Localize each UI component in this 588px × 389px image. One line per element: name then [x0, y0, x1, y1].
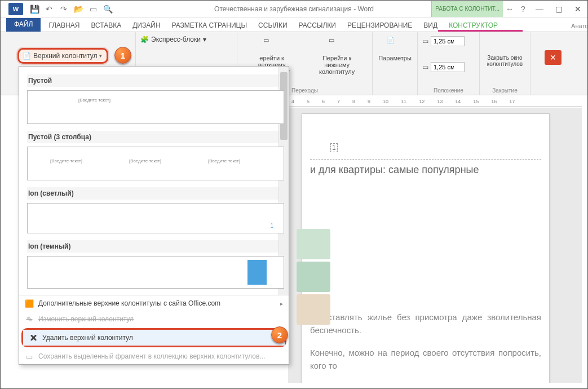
gallery-more-label: Дополнительные верхние колонтитулы с сай… [38, 299, 220, 307]
gallery-item-empty[interactable]: [Введите текст] [27, 90, 284, 124]
close-window-icon[interactable]: ✕ [568, 1, 587, 17]
quick-access-toolbar: 💾 ↶ ↷ 📂 ▭ 🔍 [26, 5, 116, 14]
gallery-footer: 🟧 Дополнительные верхние колонтитулы с с… [19, 295, 289, 364]
quick-parts-label: Экспресс-блоки [151, 36, 201, 43]
quick-parts-button[interactable]: 🧩 Экспресс-блоки ▾ [140, 34, 232, 45]
open-icon[interactable]: 📂 [74, 5, 83, 14]
gallery-section-empty: Пустой [27, 74, 284, 87]
ruler-mark: 9 [368, 99, 370, 104]
ruler-mark: 8 [352, 99, 355, 104]
tab-home[interactable]: ГЛАВНАЯ [43, 19, 85, 32]
ruler-mark: 6 [322, 99, 325, 104]
doc-image-placeholder [297, 229, 330, 325]
tab-mailings[interactable]: РАССЫЛКИ [293, 19, 342, 32]
save-selection-icon: ▭ [25, 352, 34, 361]
ion-light-page-number: 1 [270, 223, 273, 229]
tab-file[interactable]: ФАЙЛ [6, 18, 41, 32]
gallery-edit-label: Изменить верхний колонтитул [38, 315, 134, 323]
gallery-save-label: Сохранить выделенный фрагмент в коллекци… [38, 352, 265, 360]
callout-2: 2 [271, 326, 288, 343]
title-bar: W 💾 ↶ ↷ 📂 ▭ 🔍 Отечественная и зарубежная… [1, 1, 587, 17]
ruler-mark: 15 [473, 99, 479, 104]
header-page-number[interactable]: 1 [330, 143, 338, 152]
gallery-section-ion-light: Ion (светлый) [27, 187, 284, 200]
chevron-down-icon: ▾ [99, 53, 102, 59]
footer-nav-icon: ▭ [329, 37, 346, 54]
gallery-item-ion-dark[interactable] [27, 256, 284, 289]
header-nav-icon: ▭ [263, 37, 280, 54]
ruler-mark: 11 [401, 99, 406, 104]
redo-icon[interactable]: ↷ [59, 5, 68, 14]
chevron-right-icon: ▸ [280, 300, 283, 307]
help-icon[interactable]: ? [516, 5, 530, 14]
window-title: Отечественная и зарубежная сигнализация … [214, 5, 374, 13]
document-heading: и для квартиры: самые популярные [310, 164, 541, 176]
gallery-item-ion-light[interactable]: 1 [27, 203, 284, 233]
goto-footer-label: Перейти к нижнему колонтитулу [310, 55, 364, 75]
placeholder-text: [Введите текст] [78, 98, 110, 103]
context-tab-group-label: РАБОТА С КОЛОНТИТ... [431, 1, 503, 17]
edit-icon: ✎ [25, 315, 34, 324]
document-canvas: 1 и для квартиры: самые популярные го ос… [288, 108, 582, 383]
header-dropdown-button[interactable]: 📄 Верхний колонтитул ▾ [17, 48, 108, 64]
ruler-mark: 13 [437, 99, 443, 104]
options-icon: 📄 [387, 37, 404, 54]
tab-references[interactable]: ССЫЛКИ [253, 19, 293, 32]
chevron-down-icon: ▾ [203, 36, 206, 43]
goto-footer-button[interactable]: ▭ Перейти к нижнему колонтитулу [306, 34, 368, 86]
gallery-section-ion-dark: Ion (темный) [27, 240, 284, 253]
gallery-more-online[interactable]: 🟧 Дополнительные верхние колонтитулы с с… [19, 295, 289, 311]
ruler-mark: 10 [383, 99, 388, 104]
new-icon[interactable]: ▭ [89, 5, 98, 14]
ruler-mark: 12 [419, 99, 425, 104]
header-from-top-icon: ▭ [422, 37, 428, 45]
tab-page-layout[interactable]: РАЗМЕТКА СТРАНИЦЫ [166, 19, 253, 32]
gallery-section-empty3: Пустой (3 столбца) [27, 131, 284, 143]
gallery-delete-label: Удалить верхний колонтитул [42, 334, 133, 342]
tab-insert[interactable]: ВСТАВКА [85, 19, 127, 32]
header-dropdown-label: Верхний колонтитул [33, 52, 97, 60]
document-page[interactable]: 1 и для квартиры: самые популярные го ос… [302, 113, 550, 383]
user-name-label[interactable]: Анатоли... [565, 20, 588, 32]
collapse-ribbon-icon[interactable]: ↔ [503, 5, 516, 14]
document-paragraph-2: Конечно, можно на период своего отсутств… [310, 347, 541, 372]
header-separator [310, 159, 541, 160]
quick-parts-icon: 🧩 [140, 36, 149, 43]
gallery-delete-header[interactable]: 🗙 Удалить верхний колонтитул 2 [23, 330, 285, 346]
horizontal-ruler[interactable]: 4567891011121314151617 [288, 96, 582, 107]
close-header-footer-x-icon[interactable]: ✕ [545, 50, 562, 65]
gallery-save-selection: ▭ Сохранить выделенный фрагмент в коллек… [19, 348, 289, 364]
word-app-icon: W [8, 3, 23, 15]
footer-from-bottom-input[interactable] [431, 62, 465, 72]
placeholder-text: [Введите текст] [50, 158, 82, 163]
close-header-footer-label: Закрыть окно колонтитулов [487, 55, 523, 67]
footer-from-bottom-icon: ▭ [422, 63, 428, 71]
print-preview-icon[interactable]: 🔍 [103, 5, 112, 14]
options-label: Параметры [378, 55, 412, 61]
ruler-mark: 4 [291, 99, 294, 104]
tab-design[interactable]: ДИЗАЙН [127, 19, 166, 32]
close-header-footer-button[interactable]: Закрыть окно колонтитулов [484, 34, 525, 69]
ruler-mark: 7 [337, 99, 340, 104]
close-group-label: Закрытие [484, 86, 525, 94]
ruler-mark: 5 [307, 99, 310, 104]
delete-icon: 🗙 [29, 333, 38, 342]
maximize-icon[interactable]: ▢ [549, 1, 568, 17]
ribbon-tabs: ФАЙЛ ГЛАВНАЯ ВСТАВКА ДИЗАЙН РАЗМЕТКА СТР… [1, 17, 587, 32]
save-icon[interactable]: 💾 [30, 5, 39, 14]
callout-1: 1 [114, 47, 131, 64]
gallery-item-empty3[interactable]: [Введите текст] [Введите текст] [Введите… [27, 147, 284, 180]
context-tab-underline [438, 30, 523, 32]
header-from-top-input[interactable] [431, 36, 465, 46]
undo-icon[interactable]: ↶ [45, 5, 54, 14]
minimize-icon[interactable]: — [530, 1, 549, 17]
position-group-label: Положение [422, 86, 475, 94]
gallery-edit-header[interactable]: ✎ Изменить верхний колонтитул [19, 311, 289, 327]
tab-review[interactable]: РЕЦЕНЗИРОВАНИЕ [342, 19, 418, 32]
placeholder-text: [Введите текст] [129, 158, 161, 163]
ruler-mark: 17 [509, 99, 515, 104]
options-button[interactable]: 📄 Параметры [377, 34, 413, 64]
gallery-delete-header-highlight: 🗙 Удалить верхний колонтитул 2 [21, 328, 286, 347]
placeholder-text: [Введите текст] [208, 158, 240, 163]
office-icon: 🟧 [25, 299, 34, 308]
